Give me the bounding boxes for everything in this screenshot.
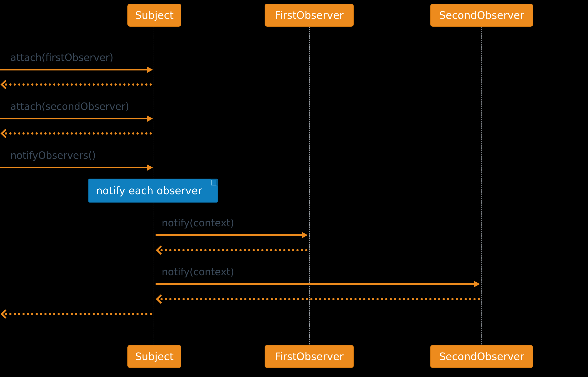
note-fold-inner-icon bbox=[211, 180, 216, 186]
sequence-diagram: Subject FirstObserver SecondObserver att… bbox=[0, 0, 588, 377]
arrowhead-icon bbox=[147, 165, 153, 171]
note-text: notify each observer bbox=[96, 185, 202, 197]
participant-first-observer-bottom: FirstObserver bbox=[265, 345, 354, 368]
participant-subject-top: Subject bbox=[127, 4, 181, 27]
return-notify-context-2 bbox=[161, 298, 480, 300]
return-attach-second bbox=[5, 132, 152, 135]
return-notify-observers bbox=[5, 313, 152, 315]
arrow-notify-context-2 bbox=[156, 283, 475, 285]
arrowhead-icon bbox=[147, 67, 153, 73]
participant-label: Subject bbox=[135, 9, 174, 21]
arrowhead-icon bbox=[302, 232, 308, 238]
return-notify-context-1 bbox=[161, 249, 307, 251]
message-label-attach-second: attach(secondObserver) bbox=[10, 101, 129, 112]
message-label-notify-context-1: notify(context) bbox=[162, 217, 234, 228]
participant-label: FirstObserver bbox=[275, 9, 343, 21]
arrowhead-open-icon bbox=[156, 245, 165, 255]
participant-label: SecondObserver bbox=[439, 9, 524, 21]
arrowhead-open-icon bbox=[0, 80, 10, 89]
participant-label: SecondObserver bbox=[439, 351, 524, 363]
participant-second-observer-top: SecondObserver bbox=[430, 4, 533, 27]
lifeline-first-observer bbox=[309, 26, 310, 344]
arrowhead-open-icon bbox=[0, 129, 10, 138]
lifeline-second-observer bbox=[481, 26, 482, 344]
participant-subject-bottom: Subject bbox=[127, 345, 181, 368]
arrow-attach-first bbox=[0, 69, 148, 71]
arrow-attach-second bbox=[0, 118, 148, 119]
arrowhead-icon bbox=[474, 281, 480, 287]
arrow-notify-context-1 bbox=[156, 234, 302, 236]
participant-second-observer-bottom: SecondObserver bbox=[430, 345, 533, 368]
message-label-notify-context-2: notify(context) bbox=[162, 266, 234, 277]
message-label-attach-first: attach(firstObserver) bbox=[10, 52, 113, 63]
participant-label: Subject bbox=[135, 351, 174, 363]
participant-label: FirstObserver bbox=[275, 351, 343, 363]
arrow-notify-observers bbox=[0, 167, 148, 168]
participant-first-observer-top: FirstObserver bbox=[265, 4, 354, 27]
message-label-notify-observers: notifyObservers() bbox=[10, 150, 96, 161]
arrowhead-icon bbox=[147, 116, 153, 122]
return-attach-first bbox=[5, 83, 152, 86]
arrowhead-open-icon bbox=[0, 309, 10, 318]
arrowhead-open-icon bbox=[156, 294, 165, 304]
note-notify-each-observer: notify each observer bbox=[88, 179, 218, 202]
